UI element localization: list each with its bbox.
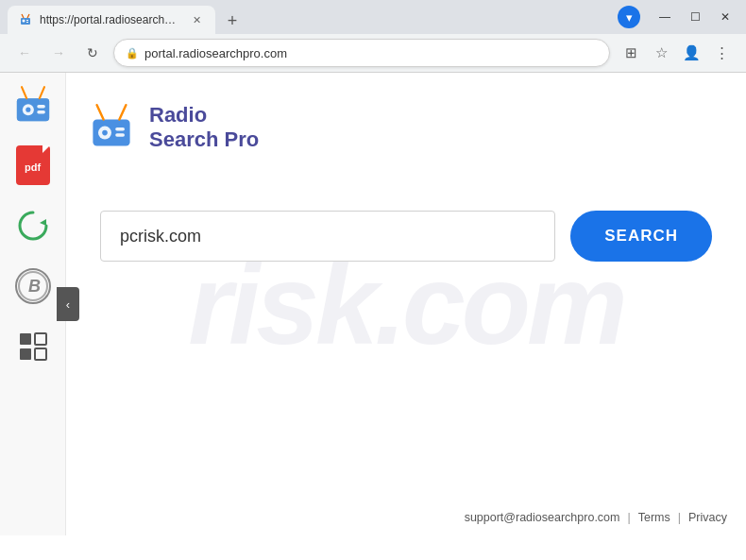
url-text: portal.radiosearchpro.com: [144, 46, 598, 60]
logo-name-line1: Radio: [149, 103, 259, 127]
grid-icon: [16, 330, 50, 364]
privacy-link[interactable]: Privacy: [688, 511, 727, 524]
logo-text: Radio Search Pro: [149, 103, 259, 153]
svg-point-25: [102, 130, 108, 136]
tab-favicon: [19, 13, 32, 26]
sidebar-item-grid[interactable]: [10, 324, 56, 369]
lock-icon: 🔒: [126, 47, 139, 59]
svg-line-2: [27, 14, 29, 18]
refresh-icon: [15, 208, 51, 244]
reload-button[interactable]: ↻: [79, 40, 106, 66]
minimize-button[interactable]: —: [652, 8, 678, 26]
logo-name-line2: Search Pro: [149, 127, 259, 152]
apps-icon[interactable]: ⊞: [618, 40, 644, 66]
page-content: pdf B: [0, 73, 746, 535]
tab-title: https://portal.radiosearchpro.com: [40, 13, 181, 26]
active-tab[interactable]: https://portal.radiosearchpro.com ✕: [8, 6, 215, 34]
sidebar-item-bitcoin[interactable]: B: [10, 263, 56, 309]
close-button[interactable]: ✕: [712, 8, 738, 26]
page-footer: support@radiosearchpro.com | Terms | Pri…: [465, 511, 727, 524]
sidebar-toggle-icon: ‹: [66, 297, 70, 312]
browser-chrome: https://portal.radiosearchpro.com ✕ + ▾ …: [0, 0, 746, 73]
logo-area: Radio Search Pro: [85, 101, 259, 154]
sidebar-item-pdf[interactable]: pdf: [10, 143, 56, 188]
search-container: SEARCH: [100, 211, 712, 262]
new-tab-button[interactable]: +: [219, 8, 246, 34]
svg-point-3: [23, 20, 25, 23]
svg-rect-5: [26, 22, 28, 23]
maximize-button[interactable]: ☐: [682, 8, 708, 26]
svg-line-1: [22, 14, 24, 18]
svg-rect-17: [20, 333, 31, 345]
svg-rect-13: [37, 110, 45, 113]
support-email[interactable]: support@radiosearchpro.com: [465, 511, 620, 524]
svg-rect-19: [20, 348, 31, 360]
pdf-icon: pdf: [16, 145, 50, 185]
title-bar: https://portal.radiosearchpro.com ✕ + ▾ …: [0, 0, 746, 34]
sidebar-item-refresh[interactable]: [10, 203, 56, 248]
search-button[interactable]: SEARCH: [570, 211, 712, 262]
search-input[interactable]: [100, 211, 555, 262]
svg-rect-12: [37, 105, 45, 108]
svg-text:B: B: [28, 277, 41, 296]
toolbar-icons: ⊞ ☆ 👤 ⋮: [618, 40, 735, 66]
bitcoin-icon: B: [15, 268, 51, 304]
svg-line-9: [39, 87, 43, 98]
sidebar-item-radio[interactable]: [10, 82, 56, 127]
tab-close-button[interactable]: ✕: [189, 12, 204, 27]
svg-rect-18: [35, 333, 46, 345]
window-controls: — ☐ ✕: [652, 8, 738, 26]
svg-line-23: [119, 105, 126, 119]
menu-icon[interactable]: ⋮: [708, 40, 735, 66]
svg-line-22: [97, 105, 104, 119]
logo-icon: [85, 101, 138, 154]
svg-rect-20: [35, 348, 46, 360]
svg-line-8: [22, 87, 26, 98]
url-bar[interactable]: 🔒 portal.radiosearchpro.com: [113, 39, 610, 67]
svg-rect-0: [21, 18, 30, 25]
svg-rect-4: [26, 20, 28, 21]
svg-marker-14: [40, 219, 46, 226]
profile-icon[interactable]: 👤: [678, 40, 704, 66]
download-indicator: ▾: [618, 6, 640, 28]
main-area: risk.com Radio Search Pro SEARCH: [66, 73, 746, 535]
bookmark-icon[interactable]: ☆: [648, 40, 674, 66]
forward-button[interactable]: →: [45, 40, 72, 66]
back-button[interactable]: ←: [11, 40, 38, 66]
svg-rect-27: [115, 133, 125, 137]
download-arrow-icon: ▾: [626, 10, 633, 25]
svg-rect-26: [115, 127, 125, 131]
footer-divider-2: |: [678, 511, 681, 524]
svg-point-11: [25, 108, 30, 112]
tab-area: https://portal.radiosearchpro.com ✕ +: [8, 0, 618, 34]
terms-link[interactable]: Terms: [638, 511, 670, 524]
sidebar-toggle-button[interactable]: ‹: [57, 287, 79, 321]
address-bar: ← → ↻ 🔒 portal.radiosearchpro.com ⊞ ☆ 👤 …: [0, 34, 746, 72]
radio-sidebar-icon: [10, 78, 56, 131]
footer-divider-1: |: [627, 511, 630, 524]
